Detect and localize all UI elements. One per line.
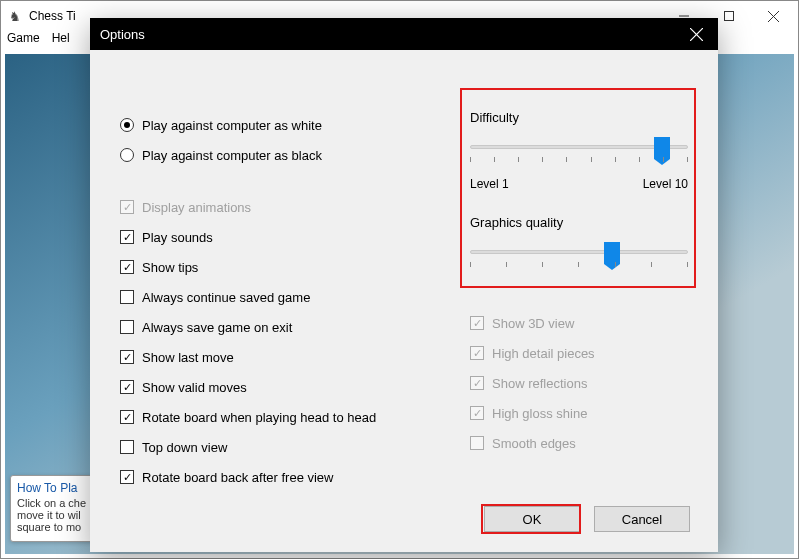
check-show-valid-moves[interactable]: ✓ Show valid moves (120, 372, 440, 402)
check-label: Rotate board when playing head to head (142, 410, 376, 425)
check-show-last-move[interactable]: ✓ Show last move (120, 342, 440, 372)
checkbox-icon: ✓ (120, 200, 134, 214)
check-gloss: ✓ High gloss shine (470, 398, 688, 428)
parent-window-title: Chess Ti (29, 9, 76, 23)
check-smooth: Smooth edges (470, 428, 688, 458)
check-always-save[interactable]: Always save game on exit (120, 312, 440, 342)
check-show-tips[interactable]: ✓ Show tips (120, 252, 440, 282)
svg-rect-1 (724, 12, 733, 21)
check-always-continue[interactable]: Always continue saved game (120, 282, 440, 312)
options-dialog: Options Play against computer as white P… (90, 18, 718, 552)
checkbox-icon: ✓ (120, 350, 134, 364)
difficulty-slider[interactable] (470, 139, 688, 173)
dialog-close-button[interactable] (684, 22, 708, 46)
difficulty-label: Difficulty (470, 110, 688, 125)
check-label: High gloss shine (492, 406, 587, 421)
checkbox-icon: ✓ (120, 230, 134, 244)
check-label: High detail pieces (492, 346, 595, 361)
check-label: Display animations (142, 200, 251, 215)
slider-thumb-icon[interactable] (654, 137, 670, 159)
check-show-3d: ✓ Show 3D view (470, 308, 688, 338)
check-rotate-back[interactable]: ✓ Rotate board back after free view (120, 462, 440, 492)
graphics-slider[interactable] (470, 244, 688, 278)
checkbox-icon (120, 320, 134, 334)
ok-button[interactable]: OK (484, 506, 580, 532)
right-column: Difficulty Level 1 Level 10 Graphics qua… (440, 110, 688, 532)
checkbox-icon (120, 440, 134, 454)
dialog-buttons: OK Cancel (484, 506, 690, 532)
check-label: Play sounds (142, 230, 213, 245)
radio-label: Play against computer as black (142, 148, 322, 163)
check-display-animations: ✓ Display animations (120, 192, 440, 222)
check-label: Show reflections (492, 376, 587, 391)
graphics-checks: ✓ Show 3D view ✓ High detail pieces ✓ Sh… (470, 308, 688, 458)
radio-play-white[interactable]: Play against computer as white (120, 110, 440, 140)
menu-game[interactable]: Game (7, 31, 40, 50)
check-top-down[interactable]: Top down view (120, 432, 440, 462)
difficulty-max-label: Level 10 (643, 177, 688, 191)
checkbox-icon: ✓ (120, 470, 134, 484)
check-high-detail: ✓ High detail pieces (470, 338, 688, 368)
menu-help[interactable]: Hel (52, 31, 70, 50)
check-label: Rotate board back after free view (142, 470, 334, 485)
check-label: Show 3D view (492, 316, 574, 331)
check-label: Smooth edges (492, 436, 576, 451)
radio-play-black[interactable]: Play against computer as black (120, 140, 440, 170)
parent-close-button[interactable] (751, 2, 796, 31)
check-label: Show valid moves (142, 380, 247, 395)
chess-icon: ♞ (7, 8, 23, 24)
cancel-button[interactable]: Cancel (594, 506, 690, 532)
checkbox-icon (470, 436, 484, 450)
left-column: Play against computer as white Play agai… (120, 110, 440, 532)
checkbox-icon: ✓ (120, 380, 134, 394)
graphics-slider-block: Graphics quality (470, 215, 688, 278)
check-label: Always continue saved game (142, 290, 310, 305)
checkbox-icon: ✓ (120, 260, 134, 274)
checkbox-icon: ✓ (470, 406, 484, 420)
check-rotate-head-to-head[interactable]: ✓ Rotate board when playing head to head (120, 402, 440, 432)
checkbox-icon: ✓ (470, 376, 484, 390)
graphics-label: Graphics quality (470, 215, 688, 230)
check-reflections: ✓ Show reflections (470, 368, 688, 398)
dialog-title: Options (100, 27, 145, 42)
check-play-sounds[interactable]: ✓ Play sounds (120, 222, 440, 252)
slider-thumb-icon[interactable] (604, 242, 620, 264)
difficulty-slider-block: Difficulty Level 1 Level 10 (470, 110, 688, 191)
difficulty-min-label: Level 1 (470, 177, 509, 191)
check-label: Always save game on exit (142, 320, 292, 335)
check-label: Show tips (142, 260, 198, 275)
radio-icon (120, 118, 134, 132)
radio-label: Play against computer as white (142, 118, 322, 133)
check-label: Show last move (142, 350, 234, 365)
dialog-titlebar: Options (90, 18, 718, 50)
checkbox-icon: ✓ (120, 410, 134, 424)
radio-icon (120, 148, 134, 162)
checkbox-icon: ✓ (470, 346, 484, 360)
checkbox-icon (120, 290, 134, 304)
checkbox-icon: ✓ (470, 316, 484, 330)
check-label: Top down view (142, 440, 227, 455)
